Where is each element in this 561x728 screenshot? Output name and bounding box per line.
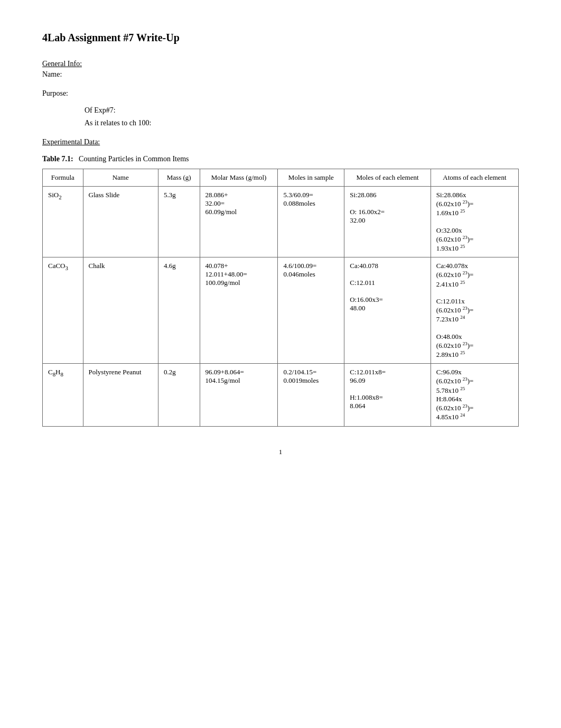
col-header-formula: Formula — [43, 169, 83, 187]
cell-moles-element: C:12.011x8=96.09 H:1.008x8=8.064 — [344, 364, 431, 426]
col-header-moles-element: Moles of each element — [344, 169, 431, 187]
cell-formula: CaCO3 — [43, 257, 83, 364]
general-info-section: General Info: Name: — [42, 60, 519, 79]
cell-mass: 5.3g — [158, 187, 200, 257]
cell-moles-element: Ca:40.078 C:12.011 O:16.00x3=48.00 — [344, 257, 431, 364]
cell-name: Glass Slide — [83, 187, 158, 257]
general-info-label: General Info: — [42, 60, 519, 68]
col-header-atoms-element: Atoms of each element — [431, 169, 518, 187]
col-header-moles-sample: Moles in sample — [278, 169, 344, 187]
relates-label: As it relates to ch 100: — [85, 119, 519, 127]
cell-atoms-element: Si:28.086x (6.02x10 23)= 1.69x10 25 O:32… — [431, 187, 518, 257]
table-row: CaCO3 Chalk 4.6g 40.078+12.011+48.00=100… — [43, 257, 519, 364]
cell-formula: C8H8 — [43, 364, 83, 426]
cell-mass: 0.2g — [158, 364, 200, 426]
page-number: 1 — [42, 448, 519, 456]
cell-formula: SiO2 — [43, 187, 83, 257]
experimental-label: Experimental Data: — [42, 138, 519, 146]
col-header-molar-mass: Molar Mass (g/mol) — [200, 169, 278, 187]
col-header-name: Name — [83, 169, 158, 187]
name-label: Name: — [42, 70, 519, 79]
cell-moles-sample: 0.2/104.15=0.0019moles — [278, 364, 344, 426]
cell-molar-mass: 28.086+32.00=60.09g/mol — [200, 187, 278, 257]
purpose-section: Purpose: Of Exp#7: As it relates to ch 1… — [42, 89, 519, 127]
cell-mass: 4.6g — [158, 257, 200, 364]
col-header-mass: Mass (g) — [158, 169, 200, 187]
cell-molar-mass: 40.078+12.011+48.00=100.09g/mol — [200, 257, 278, 364]
cell-moles-sample: 5.3/60.09=0.088moles — [278, 187, 344, 257]
cell-name: Polystyrene Peanut — [83, 364, 158, 426]
data-table: Formula Name Mass (g) Molar Mass (g/mol)… — [42, 169, 519, 427]
cell-atoms-element: C:96.09x (6.02x10 23)= 5.78x10 25 H:8.06… — [431, 364, 518, 426]
cell-moles-sample: 4.6/100.09=0.046moles — [278, 257, 344, 364]
table-title: Table 7.1: Counting Particles in Common … — [42, 155, 519, 163]
table-row: SiO2 Glass Slide 5.3g 28.086+32.00=60.09… — [43, 187, 519, 257]
cell-molar-mass: 96.09+8.064=104.15g/mol — [200, 364, 278, 426]
cell-atoms-element: Ca:40.078x (6.02x10 23)= 2.41x10 25 C:12… — [431, 257, 518, 364]
cell-moles-element: Si:28.086 O: 16.00x2=32.00 — [344, 187, 431, 257]
page-title: 4Lab Assignment #7 Write-Up — [42, 32, 519, 44]
table-row: C8H8 Polystyrene Peanut 0.2g 96.09+8.064… — [43, 364, 519, 426]
of-exp-label: Of Exp#7: — [85, 106, 519, 115]
purpose-label: Purpose: — [42, 89, 519, 98]
cell-name: Chalk — [83, 257, 158, 364]
